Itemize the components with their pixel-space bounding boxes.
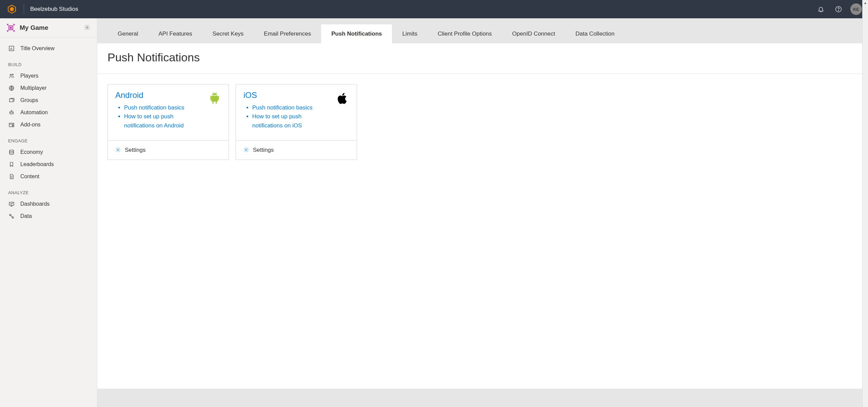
nav-label: Add-ons — [20, 122, 41, 128]
studio-name[interactable]: Beelzebub Studios — [30, 6, 78, 13]
tab-email-preferences[interactable]: Email Preferences — [254, 24, 321, 43]
settings-tabstrip: GeneralAPI FeaturesSecret KeysEmail Pref… — [97, 18, 868, 43]
topbar-divider — [24, 4, 24, 14]
doc-link[interactable]: Push notification basics — [252, 103, 333, 112]
svg-point-12 — [10, 74, 12, 76]
nav-label: Dashboards — [20, 201, 50, 207]
svg-point-20 — [9, 150, 14, 151]
doc-link[interactable]: Push notification basics — [124, 103, 205, 112]
card-footer-label: Settings — [125, 147, 145, 154]
ios-icon — [336, 90, 349, 130]
nav-dashboards[interactable]: Dashboards — [0, 198, 97, 210]
nav-economy[interactable]: Economy — [0, 146, 97, 158]
tab-openid-connect[interactable]: OpenID Connect — [502, 24, 566, 43]
sidebar: My Game Title Overview BUILD Players Mul… — [0, 18, 97, 407]
main-area: GeneralAPI FeaturesSecret KeysEmail Pref… — [97, 18, 868, 407]
nav-leaderboards[interactable]: Leaderboards — [0, 158, 97, 170]
user-avatar[interactable]: KE — [850, 3, 862, 15]
tab-limits[interactable]: Limits — [392, 24, 427, 43]
nav-label: Data — [20, 213, 32, 219]
svg-rect-16 — [10, 111, 14, 114]
doc-link[interactable]: How to set up push notifications on Andr… — [124, 112, 205, 130]
svg-point-7 — [13, 30, 15, 32]
svg-point-17 — [11, 113, 11, 113]
nav-section-top: Title Overview — [0, 38, 97, 56]
card-title[interactable]: Android — [115, 90, 205, 100]
addons-icon — [8, 121, 15, 128]
nav-title-overview[interactable]: Title Overview — [0, 42, 97, 55]
players-icon — [8, 73, 15, 79]
bar-chart-icon — [8, 45, 15, 52]
svg-point-13 — [12, 74, 13, 75]
svg-point-4 — [7, 24, 8, 25]
card-footer-label: Settings — [253, 147, 274, 154]
tab-api-features[interactable]: API Features — [148, 24, 202, 43]
platform-card-android: AndroidPush notification basicsHow to se… — [107, 84, 229, 160]
nav-label: Players — [20, 73, 38, 79]
tab-data-collection[interactable]: Data Collection — [565, 24, 625, 43]
svg-point-25 — [216, 94, 216, 95]
topbar: Beelzebub Studios KE — [0, 0, 868, 18]
gear-icon — [115, 147, 121, 153]
tab-push-notifications[interactable]: Push Notifications — [321, 24, 392, 43]
data-icon — [8, 213, 15, 220]
scroll-up-icon[interactable]: ▲ — [863, 0, 868, 6]
nav-addons[interactable]: Add-ons — [0, 119, 97, 131]
section-label: ENGAGE — [0, 137, 97, 146]
doc-link[interactable]: How to set up push notifications on iOS — [252, 112, 333, 130]
card-title[interactable]: iOS — [243, 90, 333, 100]
svg-point-26 — [117, 149, 119, 150]
tab-general[interactable]: General — [107, 24, 148, 43]
card-settings-button[interactable]: Settings — [108, 140, 229, 160]
nav-multiplayer[interactable]: Multiplayer — [0, 82, 97, 94]
nav-groups[interactable]: Groups — [0, 94, 97, 106]
android-icon — [208, 90, 221, 130]
bookmark-icon — [8, 161, 15, 168]
svg-marker-1 — [10, 7, 14, 12]
gear-icon — [243, 147, 250, 153]
nav-label: Title Overview — [20, 45, 55, 52]
globe-icon — [8, 85, 15, 91]
svg-point-5 — [13, 24, 15, 25]
groups-icon — [8, 97, 15, 104]
svg-point-27 — [245, 149, 247, 150]
card-settings-button[interactable]: Settings — [236, 140, 357, 160]
tab-secret-keys[interactable]: Secret Keys — [202, 24, 254, 43]
product-logo-icon[interactable] — [6, 3, 18, 15]
nav-automation[interactable]: Automation — [0, 106, 97, 119]
nav-label: Economy — [20, 149, 43, 155]
content-panel: Push Notifications AndroidPush notificat… — [97, 43, 868, 389]
svg-point-6 — [7, 30, 8, 32]
nav-players[interactable]: Players — [0, 70, 97, 82]
dashboard-icon — [8, 201, 15, 207]
svg-point-18 — [12, 113, 13, 113]
document-icon — [8, 173, 15, 180]
tab-client-profile-options[interactable]: Client Profile Options — [428, 24, 502, 43]
nav-section-engage: ENGAGE Economy Leaderboards Content — [0, 132, 97, 184]
nav-label: Automation — [20, 109, 48, 116]
notifications-icon[interactable] — [815, 3, 827, 15]
svg-point-3 — [838, 11, 839, 11]
card-links: Push notification basicsHow to set up pu… — [115, 103, 205, 130]
section-label: BUILD — [0, 61, 97, 70]
nav-data[interactable]: Data — [0, 210, 97, 222]
game-settings-icon[interactable] — [84, 24, 91, 31]
window-scrollbar[interactable]: ▲ — [862, 0, 868, 407]
nav-content[interactable]: Content — [0, 170, 97, 183]
page-title: Push Notifications — [97, 43, 868, 74]
robot-icon — [8, 109, 15, 116]
nav-label: Groups — [20, 97, 38, 103]
nav-label: Content — [20, 174, 39, 180]
svg-rect-15 — [9, 99, 13, 102]
svg-rect-9 — [10, 27, 12, 29]
nav-section-build: BUILD Players Multiplayer Groups Automat… — [0, 56, 97, 132]
svg-point-24 — [213, 94, 214, 95]
nav-label: Multiplayer — [20, 85, 46, 91]
economy-icon — [8, 149, 15, 156]
help-icon[interactable] — [833, 3, 844, 15]
game-title[interactable]: My Game — [20, 24, 80, 32]
platform-card-ios: iOSPush notification basicsHow to set up… — [236, 84, 357, 160]
svg-point-10 — [86, 27, 88, 28]
nav-section-analyze: ANALYZE Dashboards Data — [0, 184, 97, 224]
section-label: ANALYZE — [0, 189, 97, 198]
